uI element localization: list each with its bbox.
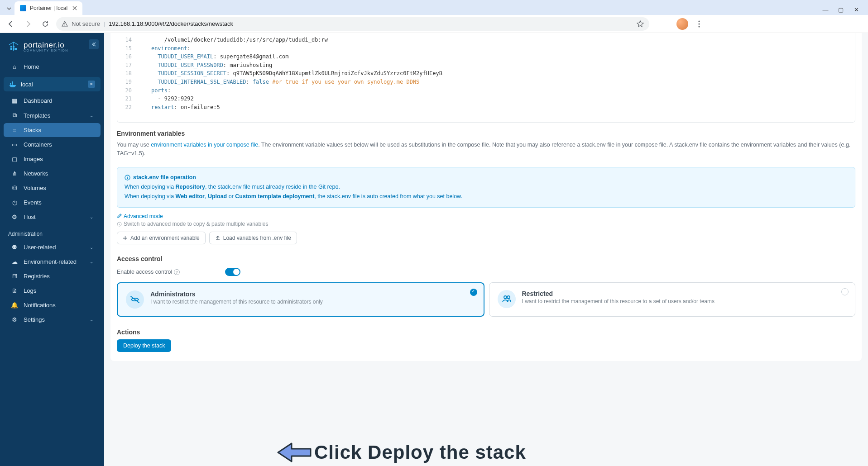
deploy-stack-button[interactable]: Deploy the stack bbox=[117, 339, 171, 352]
advanced-mode-link[interactable]: Advanced mode bbox=[117, 213, 163, 219]
sidebar-item-templates[interactable]: ⧉Templates⌄ bbox=[4, 108, 101, 123]
chevron-down-icon: ⌄ bbox=[90, 214, 93, 219]
admin-section-label: Administration bbox=[0, 224, 104, 240]
chevron-down-icon: ⌄ bbox=[90, 259, 93, 264]
sidebar-item-label: Registries bbox=[24, 273, 50, 280]
window-minimize-icon[interactable]: — bbox=[822, 6, 829, 13]
nav-icon: 🗎 bbox=[11, 287, 18, 294]
code-editor[interactable]: 14 - /volume1/docker/tududidb:/usr/src/a… bbox=[117, 33, 855, 123]
sidebar-item-stacks[interactable]: ≡Stacks bbox=[4, 123, 101, 137]
access-card-desc: I want to restrict the management of thi… bbox=[150, 299, 323, 305]
tab-close-icon[interactable] bbox=[72, 6, 77, 10]
sidebar-item-notifications[interactable]: 🔔Notifications bbox=[4, 298, 101, 312]
tab-favicon-icon bbox=[20, 5, 26, 11]
nav-icon: ▢ bbox=[11, 156, 18, 162]
nav-reload-button[interactable] bbox=[39, 18, 52, 30]
code-line[interactable]: environment: bbox=[138, 44, 191, 53]
line-number: 22 bbox=[117, 103, 138, 112]
line-number: 20 bbox=[117, 86, 138, 95]
sidebar-item-images[interactable]: ▢Images bbox=[4, 152, 101, 166]
url-bar[interactable]: Not secure | 192.168.1.18:9000/#!/2/dock… bbox=[56, 17, 649, 31]
nav-icon: ⧉ bbox=[11, 112, 18, 119]
sidebar-item-label: User-related bbox=[24, 244, 56, 251]
arrow-left-icon bbox=[276, 442, 312, 463]
help-icon[interactable]: ? bbox=[174, 269, 180, 275]
line-number: 21 bbox=[117, 95, 138, 103]
sidebar-item-networks[interactable]: ⋔Networks bbox=[4, 166, 101, 181]
code-line[interactable]: TUDUDI_USER_PASSWORD: mariushosting bbox=[138, 61, 272, 70]
window-maximize-icon[interactable]: ▢ bbox=[837, 6, 844, 13]
svg-rect-4 bbox=[13, 46, 14, 48]
browser-tab[interactable]: Portainer | local bbox=[14, 1, 82, 15]
code-line[interactable]: TUDUDI_USER_EMAIL: supergate84@gmail.com bbox=[138, 52, 288, 61]
sidebar-item-label: Settings bbox=[24, 316, 45, 323]
sidebar-item-label: Notifications bbox=[24, 302, 56, 309]
nav-icon: ⋔ bbox=[11, 170, 18, 177]
access-card-desc: I want to restrict the management of thi… bbox=[522, 298, 715, 304]
svg-point-0 bbox=[698, 20, 700, 22]
add-env-var-button[interactable]: Add an environment variable bbox=[117, 232, 206, 244]
nav-icon: ⚃ bbox=[11, 273, 18, 280]
line-number: 19 bbox=[117, 78, 138, 86]
access-card-administrators[interactable]: AdministratorsI want to restrict the man… bbox=[117, 282, 484, 317]
url-text: 192.168.1.18:9000/#!/2/docker/stacks/new… bbox=[109, 20, 233, 27]
environment-close-icon[interactable]: ✕ bbox=[88, 81, 95, 88]
sidebar-item-host[interactable]: ⚙Host⌄ bbox=[4, 210, 101, 224]
access-card-title: Administrators bbox=[150, 290, 323, 298]
tab-title: Portainer | local bbox=[30, 5, 67, 11]
code-line[interactable]: TUDUDI_INTERNAL_SSL_ENABLED: false #or t… bbox=[138, 78, 419, 86]
svg-rect-10 bbox=[12, 81, 13, 83]
svg-rect-3 bbox=[10, 46, 12, 48]
svg-point-14 bbox=[507, 296, 510, 299]
info-icon bbox=[125, 175, 130, 181]
nav-forward-button[interactable] bbox=[22, 18, 34, 30]
sidebar-item-settings[interactable]: ⚙Settings⌄ bbox=[4, 313, 101, 327]
sidebar-item-events[interactable]: ◷Events bbox=[4, 195, 101, 209]
code-line[interactable]: TUDUDI_SESSION_SECRET: q9TAW5pK5O9DqAWhY… bbox=[138, 69, 442, 78]
nav-icon: ▭ bbox=[11, 141, 18, 148]
browser-menu-icon[interactable] bbox=[693, 20, 705, 28]
tab-dropdown-icon[interactable] bbox=[4, 2, 14, 15]
sidebar-item-user-related[interactable]: ⚉User-related⌄ bbox=[4, 240, 101, 254]
profile-avatar[interactable] bbox=[676, 18, 688, 30]
sidebar-item-label: Networks bbox=[24, 170, 48, 177]
nav-back-button[interactable] bbox=[5, 18, 17, 30]
sidebar-item-label: Dashboard bbox=[24, 97, 53, 104]
sidebar-item-label: Containers bbox=[24, 141, 52, 148]
radio-check-icon bbox=[841, 288, 849, 295]
actions-title: Actions bbox=[110, 320, 862, 339]
svg-rect-5 bbox=[10, 48, 12, 50]
svg-point-13 bbox=[504, 296, 507, 299]
url-security-label: Not secure bbox=[72, 20, 100, 27]
nav-icon: ⚙ bbox=[11, 214, 18, 220]
code-line[interactable]: - 9292:9292 bbox=[138, 95, 194, 103]
code-line[interactable]: restart: on-failure:5 bbox=[138, 103, 220, 112]
nav-icon: ⛁ bbox=[11, 185, 18, 191]
sidebar-item-containers[interactable]: ▭Containers bbox=[4, 138, 101, 152]
svg-rect-9 bbox=[12, 83, 13, 85]
load-env-file-button[interactable]: Load variables from .env file bbox=[209, 232, 297, 244]
sidebar-item-label: Home bbox=[24, 63, 39, 70]
nav-icon: 🔔 bbox=[11, 302, 18, 309]
sidebar-collapse-button[interactable] bbox=[89, 39, 99, 49]
environment-pill[interactable]: local ✕ bbox=[4, 77, 101, 91]
window-close-icon[interactable]: ✕ bbox=[853, 6, 860, 13]
env-vars-link[interactable]: environment variables in your compose fi… bbox=[151, 142, 258, 148]
access-card-restricted[interactable]: RestrictedI want to restrict the managem… bbox=[489, 282, 856, 317]
nav-icon: ▦ bbox=[11, 97, 18, 104]
code-line[interactable]: ports: bbox=[138, 86, 171, 95]
access-control-toggle[interactable] bbox=[225, 268, 240, 276]
edit-icon bbox=[117, 214, 122, 219]
code-line[interactable]: - /volume1/docker/tududidb:/usr/src/app/… bbox=[138, 36, 328, 44]
home-icon: ⌂ bbox=[11, 63, 18, 70]
bookmark-star-icon[interactable] bbox=[637, 20, 644, 28]
sidebar-item-home[interactable]: ⌂ Home bbox=[4, 60, 101, 74]
sidebar-item-dashboard[interactable]: ▦Dashboard bbox=[4, 94, 101, 108]
sidebar-item-registries[interactable]: ⚃Registries bbox=[4, 269, 101, 283]
line-number: 18 bbox=[117, 69, 138, 78]
chevron-down-icon: ⌄ bbox=[90, 245, 93, 250]
main-content: 14 - /volume1/docker/tududidb:/usr/src/a… bbox=[104, 33, 868, 466]
sidebar-item-volumes[interactable]: ⛁Volumes bbox=[4, 181, 101, 195]
sidebar-item-environment-related[interactable]: ☁Environment-related⌄ bbox=[4, 255, 101, 269]
sidebar-item-logs[interactable]: 🗎Logs bbox=[4, 284, 101, 298]
